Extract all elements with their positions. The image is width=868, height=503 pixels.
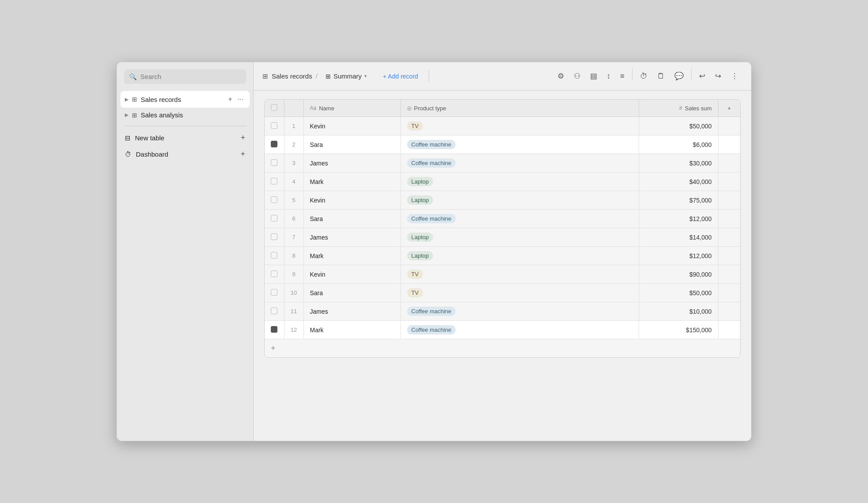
col-add-header[interactable]: +: [718, 100, 740, 117]
row-checkbox[interactable]: [271, 252, 277, 259]
group-button[interactable]: ≡: [616, 68, 629, 84]
col-sales-header[interactable]: # Sales sum: [639, 100, 718, 117]
row-checkbox-cell[interactable]: [265, 135, 284, 154]
row-name-cell[interactable]: James: [303, 228, 400, 247]
row-product-cell[interactable]: Coffee machine: [400, 135, 639, 154]
product-tag[interactable]: Coffee machine: [407, 214, 456, 223]
table-row[interactable]: 8 Mark Laptop $12,000: [265, 247, 740, 265]
row-product-cell[interactable]: Laptop: [400, 247, 639, 265]
product-tag[interactable]: Laptop: [407, 195, 434, 205]
row-checkbox-cell[interactable]: [265, 247, 284, 265]
row-name-cell[interactable]: Mark: [303, 173, 400, 191]
sidebar-item-sales-records[interactable]: ▶ ⊞ Sales records + ···: [120, 91, 250, 108]
table-row[interactable]: 12 Mark Coffee machine $150,000: [265, 321, 740, 339]
more-options-button[interactable]: ···: [236, 94, 245, 104]
col-checkbox-header[interactable]: [265, 100, 284, 117]
undo-button[interactable]: ↩: [695, 68, 709, 84]
product-tag[interactable]: Laptop: [407, 233, 434, 242]
new-table-add-button[interactable]: +: [240, 133, 245, 143]
table-row[interactable]: 6 Sara Coffee machine $12,000: [265, 210, 740, 228]
add-record-button[interactable]: + Add record: [377, 70, 424, 83]
table-row[interactable]: 10 Sara TV $50,000: [265, 284, 740, 302]
settings-button[interactable]: ⚙: [554, 68, 568, 84]
row-checkbox-cell[interactable]: [265, 117, 284, 135]
row-name-cell[interactable]: Kevin: [303, 265, 400, 284]
row-checkbox[interactable]: [271, 326, 277, 333]
row-checkbox-cell[interactable]: [265, 173, 284, 191]
sidebar-item-dashboard[interactable]: ⏱ Dashboard +: [117, 146, 253, 162]
search-bar[interactable]: 🔍: [124, 69, 246, 84]
row-checkbox-cell[interactable]: [265, 210, 284, 228]
product-tag[interactable]: Laptop: [407, 251, 434, 260]
row-name-cell[interactable]: Kevin: [303, 191, 400, 210]
table-row[interactable]: 9 Kevin TV $90,000: [265, 265, 740, 284]
col-product-header[interactable]: ◎ Product type: [400, 100, 639, 117]
add-table-button[interactable]: +: [226, 94, 234, 104]
row-product-cell[interactable]: TV: [400, 265, 639, 284]
row-name-cell[interactable]: James: [303, 154, 400, 173]
row-product-cell[interactable]: Laptop: [400, 173, 639, 191]
redo-button[interactable]: ↪: [711, 68, 725, 84]
row-checkbox-cell[interactable]: [265, 265, 284, 284]
breadcrumb-table[interactable]: Sales records: [272, 72, 312, 80]
sort-button[interactable]: ↕: [603, 68, 615, 84]
breadcrumb-view-tab[interactable]: ⊞ Summary ▾: [321, 70, 371, 83]
table-row[interactable]: 3 James Coffee machine $30,000: [265, 154, 740, 173]
filter-button[interactable]: ⚇: [570, 68, 584, 84]
row-checkbox[interactable]: [271, 215, 277, 221]
sidebar-item-sales-analysis[interactable]: ▶ ⊞ Sales analysis: [120, 108, 250, 122]
table-row[interactable]: 11 James Coffee machine $10,000: [265, 302, 740, 321]
row-product-cell[interactable]: Laptop: [400, 228, 639, 247]
row-name-cell[interactable]: Sara: [303, 284, 400, 302]
row-checkbox[interactable]: [271, 141, 277, 147]
product-tag[interactable]: Coffee machine: [407, 158, 456, 168]
row-checkbox-cell[interactable]: [265, 321, 284, 339]
row-product-cell[interactable]: Coffee machine: [400, 154, 639, 173]
table-row[interactable]: 7 James Laptop $14,000: [265, 228, 740, 247]
product-tag[interactable]: TV: [407, 270, 423, 279]
product-tag[interactable]: Coffee machine: [407, 307, 456, 316]
row-checkbox[interactable]: [271, 308, 277, 314]
table-row[interactable]: 4 Mark Laptop $40,000: [265, 173, 740, 191]
row-checkbox[interactable]: [271, 270, 277, 277]
col-name-header[interactable]: Aa Name: [303, 100, 400, 117]
row-product-cell[interactable]: Coffee machine: [400, 321, 639, 339]
row-checkbox[interactable]: [271, 159, 277, 166]
row-name-cell[interactable]: Sara: [303, 135, 400, 154]
search-input[interactable]: [140, 73, 241, 80]
layout-button[interactable]: ▤: [586, 68, 601, 84]
row-checkbox[interactable]: [271, 196, 277, 203]
row-checkbox-cell[interactable]: [265, 302, 284, 321]
row-checkbox-cell[interactable]: [265, 228, 284, 247]
row-name-cell[interactable]: Kevin: [303, 117, 400, 135]
sidebar-item-new-table[interactable]: ⊟ New table +: [117, 130, 253, 146]
row-name-cell[interactable]: Mark: [303, 247, 400, 265]
product-tag[interactable]: TV: [407, 121, 423, 131]
row-checkbox-cell[interactable]: [265, 284, 284, 302]
dashboard-add-button[interactable]: +: [240, 150, 245, 159]
row-product-cell[interactable]: TV: [400, 117, 639, 135]
table-row[interactable]: 1 Kevin TV $50,000: [265, 117, 740, 135]
row-checkbox[interactable]: [271, 178, 277, 184]
row-name-cell[interactable]: Sara: [303, 210, 400, 228]
row-checkbox[interactable]: [271, 233, 277, 240]
table-row[interactable]: 2 Sara Coffee machine $6,000: [265, 135, 740, 154]
row-name-cell[interactable]: Mark: [303, 321, 400, 339]
row-checkbox[interactable]: [271, 122, 277, 129]
product-tag[interactable]: Laptop: [407, 177, 434, 186]
row-product-cell[interactable]: Coffee machine: [400, 210, 639, 228]
comment-button[interactable]: 🗒: [653, 68, 669, 84]
table-row[interactable]: 5 Kevin Laptop $75,000: [265, 191, 740, 210]
product-tag[interactable]: Coffee machine: [407, 140, 456, 149]
row-product-cell[interactable]: TV: [400, 284, 639, 302]
row-name-cell[interactable]: James: [303, 302, 400, 321]
row-checkbox[interactable]: [271, 289, 277, 296]
chat-button[interactable]: 💬: [670, 68, 688, 84]
row-checkbox-cell[interactable]: [265, 154, 284, 173]
select-all-checkbox[interactable]: [271, 104, 277, 111]
add-row-button[interactable]: +: [265, 339, 282, 357]
history-button[interactable]: ⏱: [636, 68, 651, 84]
row-product-cell[interactable]: Laptop: [400, 191, 639, 210]
product-tag[interactable]: Coffee machine: [407, 325, 456, 334]
row-checkbox-cell[interactable]: [265, 191, 284, 210]
